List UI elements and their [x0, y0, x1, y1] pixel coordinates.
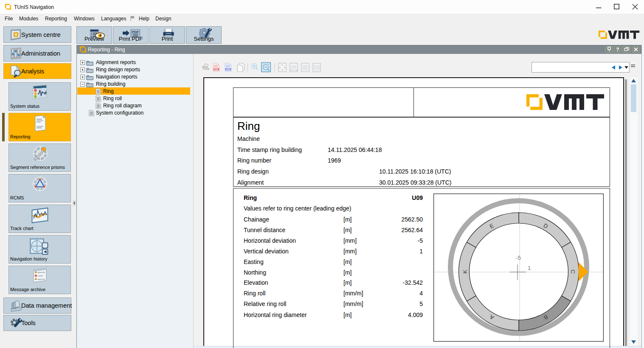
svg-text:Failed: Failed: [37, 275, 43, 277]
svg-text:XPS: XPS: [226, 68, 231, 70]
svg-text:1: 1: [528, 265, 531, 271]
svg-text:C: C: [570, 269, 576, 274]
svg-text:-5: -5: [516, 255, 521, 261]
svg-text:PDF: PDF: [214, 68, 219, 70]
svg-text:K: K: [462, 269, 468, 273]
svg-text:?: ?: [616, 47, 619, 53]
svg-text:PDF: PDF: [132, 30, 139, 34]
